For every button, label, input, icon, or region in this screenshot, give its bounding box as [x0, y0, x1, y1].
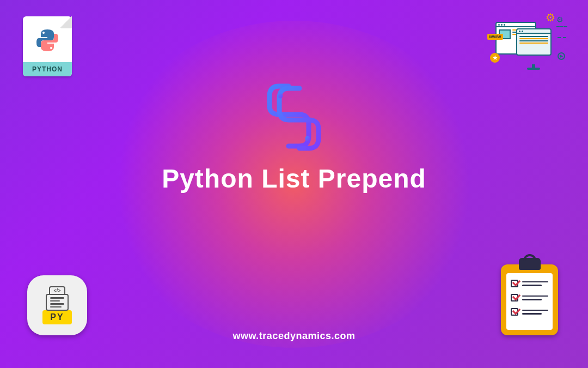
- check-icon: [511, 294, 518, 301]
- svg-point-0: [278, 94, 283, 99]
- check-icon: [511, 280, 518, 287]
- py-code-icon: </> PY: [27, 275, 87, 335]
- checklist-item: [511, 308, 548, 316]
- page-title: Python List Prepend: [162, 164, 426, 194]
- www-label: WWW: [487, 34, 503, 40]
- checklist-clipboard-icon: [501, 264, 558, 335]
- checklist-item: [511, 294, 548, 301]
- website-url: www.tracedynamics.com: [233, 330, 356, 342]
- py-label: PY: [42, 310, 71, 324]
- python-file-icon: PYTHON: [23, 16, 72, 76]
- web-development-icon: ⚙ ⚙: [490, 11, 566, 71]
- svg-point-1: [305, 136, 310, 141]
- python-file-label: PYTHON: [23, 62, 72, 76]
- svg-point-4: [42, 32, 45, 34]
- svg-point-5: [50, 47, 52, 49]
- code-symbol: </>: [49, 286, 65, 294]
- check-icon: [511, 308, 518, 316]
- python-logo-icon: [259, 82, 329, 155]
- checklist-item: [511, 280, 548, 287]
